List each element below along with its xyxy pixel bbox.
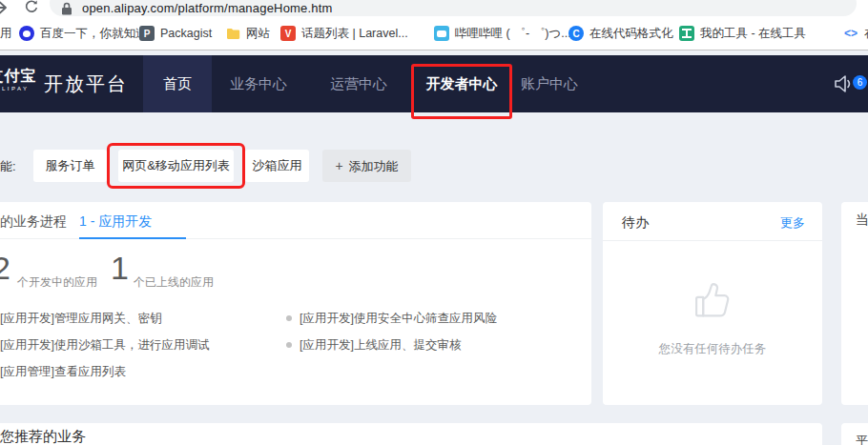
task-item[interactable]: [应用开发]上线应用、提交审核 (300, 337, 461, 354)
bookmark-label: 网站 (246, 26, 270, 42)
todo-card-header: 待办 更多 (603, 202, 822, 241)
reload-icon (23, 0, 40, 15)
laravel-icon: V (280, 26, 296, 41)
partial-card-title: 当 (856, 212, 868, 229)
bookmark-label: 哔哩哔哩 ( ゜- ゜)つ... (455, 26, 571, 42)
partial-card-title: 平 (856, 433, 868, 445)
recommended-business-card: 您推荐的业务 (0, 423, 822, 445)
bookmark-label: 话题列表 | Laravel... (301, 26, 408, 42)
stat-developing-label: 个开发中的应用 (17, 274, 97, 291)
bullet-dot (286, 342, 292, 348)
bookmark-label: 在 (864, 26, 868, 42)
sandbox-app-button[interactable]: 沙箱应用 (245, 150, 309, 182)
code-format-icon: C (568, 26, 584, 41)
task-item[interactable]: [应用管理]查看应用列表 (0, 364, 126, 380)
folder-icon (225, 26, 240, 41)
plus-icon: + (335, 158, 342, 173)
bookmark-label: Packagist (160, 27, 212, 40)
alipay-logo-en: ALIPAY (0, 86, 40, 92)
bookmark-packagist[interactable]: P Packagist (139, 24, 212, 43)
tools-icon (679, 26, 694, 41)
todo-card: 待办 更多 您没有任何待办任务 (603, 202, 822, 405)
process-card-title: 的业务进程 (0, 213, 67, 231)
tab-app-development[interactable]: 1 - 应用开发 (79, 213, 152, 231)
task-item[interactable]: [应用开发]管理应用网关、密钥 (0, 311, 161, 327)
bookmark-laravel-topics[interactable]: V 话题列表 | Laravel... (280, 24, 408, 43)
bookmark-code-format[interactable]: C 在线代码格式化 (568, 24, 673, 43)
platform-title: 开放平台 (44, 55, 128, 112)
todo-empty-text: 您没有任何待办任务 (603, 341, 822, 357)
nav-item-home[interactable]: 首页 (143, 55, 212, 112)
lock-icon[interactable] (61, 2, 72, 15)
partial-card-right: 当 (841, 202, 868, 405)
url-text[interactable]: open.alipay.com/platform/manageHome.htm (82, 1, 333, 15)
functions-label: 能: (0, 158, 16, 175)
stat-developing-count: 2 (0, 250, 10, 287)
bookmark-my-tools[interactable]: 我的工具 - 在线工具 (679, 24, 806, 43)
add-function-button[interactable]: +添加功能 (322, 150, 411, 182)
forward-button[interactable] (0, 0, 10, 17)
bookmark-website[interactable]: 网站 (225, 24, 270, 43)
alipay-logo-cn: 支付宝 (0, 67, 40, 86)
task-item[interactable]: [应用开发]使用安全中心筛查应用风险 (300, 311, 497, 327)
packagist-icon: P (139, 26, 155, 41)
code-brackets-icon: <> (843, 26, 858, 41)
bookmark-label: 百度一下，你就知道 (40, 26, 148, 42)
task-item[interactable]: [应用开发]使用沙箱工具，进行应用调试 (0, 337, 209, 354)
todo-card-title: 待办 (622, 214, 649, 232)
nav-item-account-center[interactable]: 账户中心 (518, 55, 581, 112)
stat-online-label: 个已上线的应用 (134, 274, 214, 291)
announcement-speaker-icon[interactable] (834, 74, 855, 93)
business-process-card: 的业务进程 1 - 应用开发 2 个开发中的应用 1 个已上线的应用 [应用开发… (0, 202, 591, 405)
notification-badge[interactable]: 6 (853, 75, 867, 90)
bookmark-label: 我的工具 - 在线工具 (700, 26, 806, 42)
forward-arrow-icon (0, 0, 10, 17)
partial-card-bottom-right: 平 (841, 423, 868, 445)
bookmark-label: 用 (0, 26, 12, 42)
todo-more-link[interactable]: 更多 (780, 214, 805, 232)
thumbs-up-icon (690, 276, 735, 326)
service-orders-button[interactable]: 服务订单 (33, 150, 107, 182)
bilibili-icon (434, 26, 449, 41)
browser-chrome: open.alipay.com/platform/manageHome.htm … (0, 0, 868, 51)
recommended-business-title: 您推荐的业务 (0, 428, 86, 445)
baidu-icon (19, 26, 34, 41)
bullet-dot (286, 315, 292, 321)
bookmark-cutoff-right[interactable]: <> 在 (843, 24, 868, 43)
nav-item-business-center[interactable]: 业务中心 (227, 55, 290, 112)
alipay-logo[interactable]: 支付宝 ALIPAY (0, 67, 40, 92)
bookmark-label: 在线代码格式化 (589, 26, 673, 42)
process-card-header: 的业务进程 1 - 应用开发 (0, 202, 591, 239)
bookmark-baidu[interactable]: 百度一下，你就知道 (19, 24, 148, 43)
bookmark-bilibili[interactable]: 哔哩哔哩 ( ゜- ゜)つ... (434, 24, 571, 43)
web-mobile-app-list-button[interactable]: 网页&移动应用列表 (118, 150, 234, 182)
reload-button[interactable] (23, 0, 42, 17)
stat-online-count: 1 (111, 250, 129, 287)
nav-item-operation-center[interactable]: 运营中心 (327, 55, 390, 112)
nav-item-developer-center[interactable]: 开发者中心 (425, 55, 498, 112)
active-tab-underline (79, 237, 186, 239)
top-navigation: 支付宝 ALIPAY 开放平台 首页 业务中心 运营中心 开发者中心 账户中心 (0, 55, 868, 112)
add-function-label: 添加功能 (349, 159, 399, 173)
bookmark-cutoff[interactable]: 用 (0, 24, 12, 43)
